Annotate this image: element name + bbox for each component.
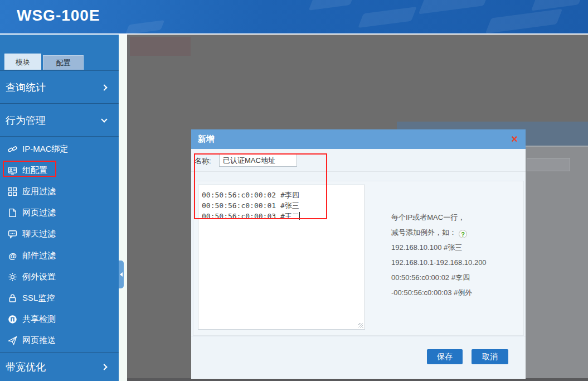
resize-grip-icon[interactable]	[358, 323, 363, 328]
sidebar-item-label: 聊天过滤	[22, 229, 56, 239]
share-icon	[8, 315, 17, 324]
help-text-block: 每个IP或者MAC一行， 减号添加例外，如：? 192.168.10.100 #…	[391, 212, 521, 302]
link-icon	[8, 144, 17, 154]
sidebar-item-label: IP-MAC绑定	[22, 144, 69, 155]
group-members-textarea[interactable]: 00:50:56:c0:00:02 #李四 00:50:56:c0:00:01 …	[198, 185, 365, 330]
dimmed-input-box	[527, 158, 570, 171]
sidebar-collapse-handle[interactable]	[119, 261, 124, 288]
chevron-left-icon	[120, 272, 123, 277]
textarea-line: 00:50:56:c0:00:03 #王二	[202, 211, 361, 221]
sidebar-item-label: SSL监控	[22, 293, 55, 303]
chat-icon	[8, 229, 17, 239]
help-line: 减号添加例外，如：?	[391, 227, 521, 242]
close-icon[interactable]: ×	[511, 132, 518, 146]
wsg-100e-app: WSG-100E 模块 配置 查询统计 行为管理 IP-MAC绑定	[0, 0, 588, 381]
help-line: 每个IP或者MAC一行，	[391, 212, 521, 227]
app-header: WSG-100E	[0, 0, 588, 33]
sidebar-item-share-detect[interactable]: 共享检测	[0, 309, 119, 330]
name-label: 名称:	[195, 156, 211, 166]
chevron-right-icon	[101, 364, 107, 370]
help-line: -00:50:56:c0:00:03 #例外	[391, 287, 521, 302]
sidebar-item-group-config[interactable]: 组配置	[0, 160, 119, 181]
section-label: 行为管理	[6, 114, 46, 127]
grid-icon	[8, 187, 17, 196]
app-logo-title: WSG-100E	[17, 7, 100, 25]
divider	[0, 70, 119, 71]
sidebar-gutter	[119, 35, 127, 381]
help-line: 192.168.10.1-192.168.10.200	[391, 257, 521, 272]
dialog-header[interactable]: 新增 ×	[191, 129, 526, 149]
keyboard-pattern	[358, 7, 417, 28]
chevron-right-icon	[101, 84, 107, 90]
sidebar-item-app-filter[interactable]: 应用过滤	[0, 181, 119, 202]
sidebar-item-exception-settings[interactable]: 例外设置	[0, 266, 119, 287]
sidebar-item-ssl-monitor[interactable]: SSL监控	[0, 287, 119, 308]
dialog-title: 新增	[198, 134, 215, 144]
sidebar-section-bandwidth[interactable]: 带宽优化	[0, 352, 119, 381]
save-button[interactable]: 保存	[427, 349, 463, 364]
cancel-button[interactable]: 取消	[472, 349, 508, 364]
keyboard-pattern	[308, 0, 354, 11]
textarea-line: 00:50:56:c0:00:01 #张三	[202, 200, 361, 211]
behavior-submenu: IP-MAC绑定 组配置	[0, 138, 119, 351]
sidebar-item-label: 共享检测	[22, 314, 56, 325]
chevron-down-icon	[101, 116, 107, 122]
keyboard-pattern	[419, 0, 490, 15]
section-label: 查询统计	[6, 81, 46, 94]
keyboard-pattern	[125, 20, 165, 33]
lock-icon	[8, 293, 17, 303]
sidebar-section-query-stats[interactable]: 查询统计	[0, 71, 119, 104]
sidebar-item-label: 网页过滤	[22, 208, 56, 218]
text-cursor	[299, 212, 300, 220]
sidebar-section-behavior-mgmt[interactable]: 行为管理	[0, 104, 119, 137]
name-row: 名称:	[191, 149, 526, 172]
at-icon: @	[8, 251, 17, 261]
sidebar-item-label: 例外设置	[22, 272, 56, 282]
sidebar-item-chat-filter[interactable]: 聊天过滤	[0, 224, 119, 245]
sidebar-item-web-filter[interactable]: 网页过滤	[0, 202, 119, 224]
sidebar: 模块 配置 查询统计 行为管理 IP-MAC绑定	[0, 35, 119, 381]
section-label: 带宽优化	[6, 360, 46, 374]
tab-config[interactable]: 配置	[43, 55, 84, 70]
sidebar-item-label: 组配置	[22, 165, 47, 176]
textarea-line: 00:50:56:c0:00:02 #李四	[202, 190, 361, 200]
add-group-dialog: 新增 × 名称: 00:50:56:c0:00:02 #李四 00:50:56:…	[191, 129, 526, 379]
sidebar-item-ip-mac-binding[interactable]: IP-MAC绑定	[0, 138, 119, 160]
dialog-footer: 保存 取消	[191, 336, 526, 379]
keyboard-pattern	[485, 9, 563, 33]
page-icon	[8, 208, 17, 218]
dimmed-toolbar-block	[130, 37, 191, 56]
sidebar-item-label: 邮件过滤	[22, 250, 56, 261]
help-line: 192.168.10.100 #张三	[391, 242, 521, 257]
dimmed-panel-body	[526, 147, 588, 381]
help-line: 00:50:56:c0:00:02 #李四	[391, 272, 521, 287]
group-name-input[interactable]	[219, 154, 297, 167]
id-card-icon	[8, 166, 17, 175]
sidebar-item-web-push[interactable]: 网页推送	[0, 330, 119, 351]
sidebar-item-label: 网页推送	[22, 335, 56, 346]
tab-module[interactable]: 模块	[4, 54, 41, 70]
sidebar-item-label: 应用过滤	[22, 186, 56, 197]
gear-icon	[8, 272, 17, 282]
send-icon	[8, 336, 17, 345]
sidebar-item-mail-filter[interactable]: @ 邮件过滤	[0, 245, 119, 266]
help-icon[interactable]: ?	[459, 230, 467, 238]
